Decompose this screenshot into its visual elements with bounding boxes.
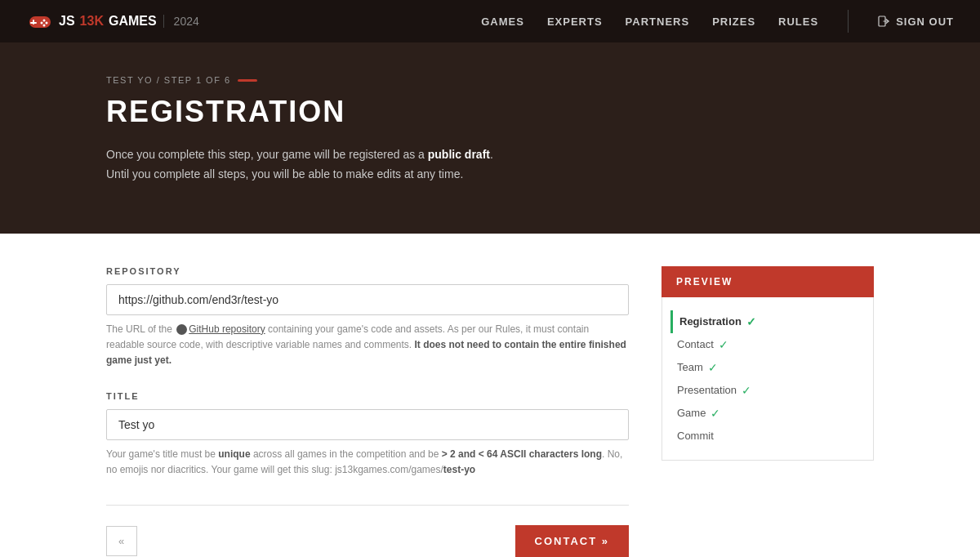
step-contact-label: Contact bbox=[677, 338, 714, 350]
signout-label: Sign Out bbox=[896, 16, 954, 28]
github-icon bbox=[176, 324, 187, 335]
breadcrumb: Test Yo / Step 1 of 6 bbox=[106, 75, 874, 85]
title-label: Title bbox=[106, 391, 629, 401]
preview-sidebar: Preview Registration ✓ Contact ✓ Team ✓ … bbox=[662, 266, 874, 557]
breadcrumb-dash bbox=[238, 79, 257, 82]
preview-header: Preview bbox=[662, 266, 874, 297]
svg-point-4 bbox=[46, 22, 48, 25]
title-hint-slug: test-yo bbox=[443, 464, 475, 475]
page-title: Registration bbox=[106, 95, 874, 129]
nav-prizes[interactable]: Prizes bbox=[712, 16, 755, 28]
nav-partners[interactable]: Partners bbox=[626, 16, 690, 28]
hero-desc-bold: public draft bbox=[428, 148, 490, 161]
nav-year: 2024 bbox=[163, 15, 199, 28]
hero-section: Test Yo / Step 1 of 6 Registration Once … bbox=[0, 42, 980, 234]
title-hint-2: across all games in the competition and … bbox=[251, 448, 442, 460]
step-game-check: ✓ bbox=[710, 407, 720, 420]
svg-point-6 bbox=[43, 25, 46, 27]
nav-logo[interactable]: JS13KGAMES bbox=[26, 12, 157, 30]
step-contact: Contact ✓ bbox=[677, 333, 858, 356]
title-hint-1: Your game's title must be bbox=[106, 448, 218, 460]
prev-button[interactable]: « bbox=[106, 526, 137, 556]
step-contact-check: ✓ bbox=[719, 338, 728, 351]
title-hint-unique: unique bbox=[218, 448, 250, 460]
nav-links: Games Experts Partners Prizes Rules Sign… bbox=[481, 10, 954, 33]
brand-js: JS bbox=[59, 14, 75, 29]
hero-desc-2: . bbox=[490, 148, 493, 161]
title-input[interactable] bbox=[106, 409, 629, 440]
form-divider bbox=[106, 505, 629, 506]
title-hint: Your game's title must be unique across … bbox=[106, 447, 629, 478]
step-game: Game ✓ bbox=[677, 402, 858, 425]
preview-steps: Registration ✓ Contact ✓ Team ✓ Presenta… bbox=[662, 297, 874, 461]
breadcrumb-text: Test Yo / Step 1 of 6 bbox=[106, 75, 231, 85]
step-registration: Registration ✓ bbox=[670, 310, 858, 333]
nav-rules[interactable]: Rules bbox=[778, 16, 818, 28]
svg-point-5 bbox=[41, 22, 43, 25]
navbar: JS13KGAMES 2024 Games Experts Partners P… bbox=[0, 0, 980, 42]
step-presentation: Presentation ✓ bbox=[677, 379, 858, 402]
step-commit-label: Commit bbox=[677, 430, 714, 442]
gamepad-icon bbox=[26, 12, 54, 30]
hero-description: Once you complete this step, your game w… bbox=[106, 145, 874, 185]
svg-point-3 bbox=[43, 20, 46, 22]
step-team-check: ✓ bbox=[708, 361, 718, 374]
step-registration-label: Registration bbox=[679, 315, 742, 328]
nav-experts[interactable]: Experts bbox=[547, 16, 603, 28]
signout-button[interactable]: Sign Out bbox=[878, 15, 954, 28]
title-hint-chars: > 2 and < 64 ASCII characters long bbox=[442, 448, 602, 460]
next-button[interactable]: Contact » bbox=[515, 525, 629, 557]
nav-divider bbox=[848, 10, 849, 33]
step-team: Team ✓ bbox=[677, 356, 858, 379]
hero-desc-1: Once you complete this step, your game w… bbox=[106, 148, 428, 161]
step-presentation-label: Presentation bbox=[677, 384, 737, 396]
step-game-label: Game bbox=[677, 407, 706, 419]
brand-games: GAMES bbox=[109, 14, 157, 29]
step-commit: Commit bbox=[677, 425, 858, 447]
form-actions: « Contact » bbox=[106, 525, 629, 557]
hero-desc-line2: Until you complete all steps, you will b… bbox=[106, 167, 463, 180]
svg-rect-2 bbox=[30, 22, 37, 24]
form-area: Repository The URL of the GitHub reposit… bbox=[106, 266, 629, 557]
repo-hint-link[interactable]: GitHub repository bbox=[189, 323, 265, 335]
step-presentation-check: ✓ bbox=[742, 384, 751, 397]
step-team-label: Team bbox=[677, 361, 703, 373]
repo-hint: The URL of the GitHub repository contain… bbox=[106, 322, 629, 369]
main-content: Repository The URL of the GitHub reposit… bbox=[0, 234, 980, 557]
brand-k: 13K bbox=[80, 14, 104, 29]
repo-hint-prefix: The URL of the bbox=[106, 323, 175, 335]
repo-input[interactable] bbox=[106, 284, 629, 315]
nav-games[interactable]: Games bbox=[481, 16, 524, 28]
repo-label: Repository bbox=[106, 266, 629, 276]
signout-icon bbox=[878, 15, 891, 28]
step-registration-check: ✓ bbox=[746, 315, 756, 328]
